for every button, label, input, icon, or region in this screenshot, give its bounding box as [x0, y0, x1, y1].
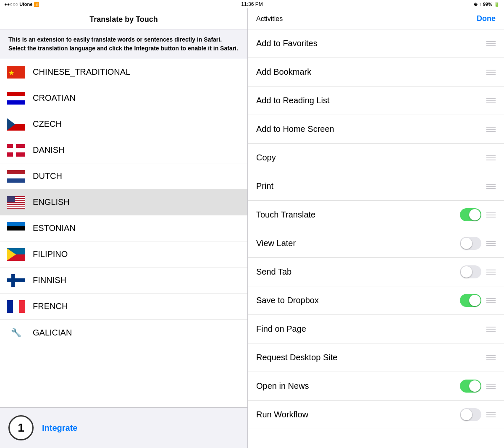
activity-controls-touch-translate	[460, 208, 496, 221]
main-layout: Translate by Touch This is an extension …	[0, 8, 504, 448]
activity-item-add-bookmark[interactable]: Add Bookmark	[248, 58, 504, 86]
activity-item-find-on-page[interactable]: Find on Page	[248, 315, 504, 343]
done-button[interactable]: Done	[477, 14, 496, 23]
flag-ee	[7, 222, 25, 235]
activity-item-send-tab[interactable]: Send Tab	[248, 258, 504, 286]
activity-label-find-on-page: Find on Page	[256, 324, 306, 334]
drag-handle-add-home-screen[interactable]	[486, 127, 496, 132]
language-item-dutch[interactable]: DUTCH	[0, 163, 247, 189]
activity-label-send-tab: Send Tab	[256, 267, 291, 277]
language-item-danish[interactable]: DANISH	[0, 137, 247, 163]
toggle-save-dropbox[interactable]	[460, 294, 481, 307]
activity-controls-add-home-screen	[486, 127, 496, 132]
activity-controls-send-tab	[460, 265, 496, 278]
integrate-step-badge: 1	[8, 415, 34, 440]
app-title: Translate by Touch	[8, 15, 239, 24]
drag-handle-add-bookmark[interactable]	[486, 70, 496, 75]
toggle-knob-send-tab	[461, 266, 472, 278]
activity-controls-run-workflow	[460, 408, 496, 421]
time-display: 11:36 PM	[241, 1, 262, 7]
location-icon: ⊕ ↑	[474, 2, 481, 7]
toggle-touch-translate[interactable]	[460, 208, 481, 221]
language-item-croatian[interactable]: CROATIAN	[0, 85, 247, 111]
drag-handle-open-news[interactable]	[486, 384, 496, 389]
drag-handle-add-favorites[interactable]	[486, 41, 496, 46]
activity-label-add-favorites: Add to Favorites	[256, 39, 318, 48]
language-item-french[interactable]: FRENCH	[0, 293, 247, 320]
app-description: This is an extension to easily translate…	[0, 29, 247, 59]
toggle-run-workflow[interactable]	[460, 408, 481, 421]
activity-label-add-home-screen: Add to Home Screen	[256, 124, 334, 134]
language-item-estonian[interactable]: ESTONIAN	[0, 215, 247, 241]
drag-handle-view-later[interactable]	[486, 241, 496, 246]
language-item-czech[interactable]: CZECH	[0, 111, 247, 137]
signal-dots: ●●○○○	[4, 2, 18, 7]
activity-item-save-dropbox[interactable]: Save to Dropbox	[248, 286, 504, 315]
language-item-finnish[interactable]: FINNISH	[0, 267, 247, 293]
battery-label: 99%	[483, 2, 492, 7]
language-item-filipino[interactable]: FILIPINO	[0, 241, 247, 267]
drag-handle-run-workflow[interactable]	[486, 412, 496, 417]
flag-fr	[7, 300, 25, 313]
drag-handle-print[interactable]	[486, 184, 496, 189]
activity-controls-save-dropbox	[460, 294, 496, 307]
activity-item-add-reading-list[interactable]: Add to Reading List	[248, 86, 504, 115]
toggle-send-tab[interactable]	[460, 265, 481, 278]
integrate-step-number: 1	[18, 421, 24, 435]
toggle-knob-touch-translate	[469, 209, 480, 220]
activity-label-add-reading-list: Add to Reading List	[256, 96, 330, 105]
activity-label-save-dropbox: Save to Dropbox	[256, 296, 319, 305]
activity-item-touch-translate[interactable]: Touch Translate	[248, 201, 504, 229]
activity-item-add-home-screen[interactable]: Add to Home Screen	[248, 115, 504, 144]
drag-handle-save-dropbox[interactable]	[486, 298, 496, 303]
flag-ph	[7, 248, 25, 261]
language-label-czech: CZECH	[33, 119, 62, 129]
drag-handle-find-on-page[interactable]	[486, 327, 496, 332]
activity-label-print: Print	[256, 181, 273, 191]
activities-header: Activities Done	[248, 8, 504, 29]
toggle-knob-open-news	[469, 380, 480, 392]
flag-dk	[7, 144, 25, 157]
activity-item-view-later[interactable]: View Later	[248, 229, 504, 258]
drag-handle-copy[interactable]	[486, 155, 496, 160]
language-list: ★CHINESE_TRADITIONALCROATIANCZECHDANISHD…	[0, 59, 247, 408]
activity-label-run-workflow: Run Workflow	[256, 410, 308, 419]
activity-controls-view-later	[460, 237, 496, 250]
flag-galician: 🔧	[7, 326, 25, 339]
toggle-knob-run-workflow	[461, 409, 472, 420]
battery-icon: 🔋	[494, 2, 500, 7]
drag-handle-request-desktop[interactable]	[486, 355, 496, 360]
activity-item-open-news[interactable]: Open in News	[248, 372, 504, 401]
activity-label-add-bookmark: Add Bookmark	[256, 67, 311, 77]
activity-item-request-desktop[interactable]: Request Desktop Site	[248, 343, 504, 372]
language-label-filipino: FILIPINO	[33, 249, 68, 259]
language-item-english[interactable]: ENGLISH	[0, 189, 247, 215]
toggle-open-news[interactable]	[460, 380, 481, 393]
wifi-icon: 📶	[34, 2, 39, 7]
flag-cn: ★	[7, 66, 25, 79]
flag-fi	[7, 274, 25, 287]
activity-item-copy[interactable]: Copy	[248, 144, 504, 172]
flag-us	[7, 196, 25, 209]
activity-item-print[interactable]: Print	[248, 172, 504, 201]
activity-label-touch-translate: Touch Translate	[256, 210, 315, 220]
toggle-view-later[interactable]	[460, 237, 481, 250]
language-label-chinese_traditional: CHINESE_TRADITIONAL	[33, 67, 130, 77]
activity-label-open-news: Open in News	[256, 381, 309, 391]
activity-item-run-workflow[interactable]: Run Workflow	[248, 401, 504, 429]
drag-handle-touch-translate[interactable]	[486, 212, 496, 217]
drag-handle-add-reading-list[interactable]	[486, 98, 496, 103]
activity-controls-find-on-page	[486, 327, 496, 332]
language-label-croatian: CROATIAN	[33, 93, 76, 103]
language-label-finnish: FINNISH	[33, 275, 66, 285]
activity-controls-copy	[486, 155, 496, 160]
activity-controls-open-news	[460, 380, 496, 393]
language-item-galician[interactable]: 🔧GALICIAN	[0, 320, 247, 346]
activity-label-request-desktop: Request Desktop Site	[256, 353, 337, 362]
flag-nl	[7, 170, 25, 183]
integrate-button[interactable]: Integrate	[42, 423, 77, 433]
drag-handle-send-tab[interactable]	[486, 270, 496, 275]
activity-item-add-favorites[interactable]: Add to Favorites	[248, 29, 504, 58]
battery-area: ⊕ ↑ 99% 🔋	[474, 2, 500, 7]
language-item-chinese_traditional[interactable]: ★CHINESE_TRADITIONAL	[0, 59, 247, 85]
